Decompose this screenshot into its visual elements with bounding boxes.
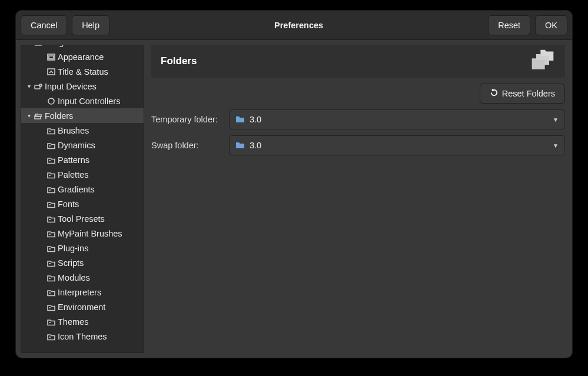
- folder-icon: [47, 171, 55, 179]
- panel-actions: Reset Folders: [151, 84, 565, 104]
- sidebar-item-label: Brushes: [58, 126, 89, 135]
- content-area: ▾Image WindowsAppearanceTitle & Status▾I…: [16, 40, 572, 358]
- folder-icon: [47, 215, 55, 223]
- folder-icon: [47, 303, 55, 311]
- folder-icon: [47, 185, 55, 194]
- sidebar[interactable]: ▾Image WindowsAppearanceTitle & Status▾I…: [21, 45, 144, 353]
- sidebar-item-label: Environment: [58, 302, 105, 312]
- sidebar-item-brushes[interactable]: Brushes: [21, 123, 144, 138]
- sidebar-item-scripts[interactable]: Scripts: [21, 255, 144, 270]
- temporary-folder-label: Temporary folder:: [151, 115, 224, 124]
- chevron-down-icon: ▼: [553, 117, 559, 123]
- ok-button[interactable]: OK: [535, 15, 567, 35]
- expand-toggle-icon[interactable]: ▾: [26, 83, 32, 89]
- sidebar-item-dynamics[interactable]: Dynamics: [21, 138, 144, 152]
- appearance-icon: [47, 53, 55, 61]
- controllers-icon: [47, 97, 55, 105]
- sidebar-item-label: Title & Status: [58, 67, 108, 76]
- sidebar-item-gradients[interactable]: Gradients: [21, 182, 144, 197]
- sidebar-tree: ▾Image WindowsAppearanceTitle & Status▾I…: [21, 45, 144, 344]
- sidebar-item-tool-presets[interactable]: Tool Presets: [21, 211, 144, 226]
- expand-toggle-icon[interactable]: ▾: [26, 112, 32, 119]
- folders-form: Temporary folder: 3.0 ▼ Swap folder: 3.0…: [151, 109, 565, 155]
- folder-icon: [235, 141, 245, 151]
- folder-icon: [47, 156, 55, 164]
- sidebar-item-label: Themes: [58, 317, 88, 327]
- panel-title: Folders: [161, 55, 197, 67]
- temporary-folder-select[interactable]: 3.0 ▼: [229, 109, 565, 129]
- cancel-button[interactable]: Cancel: [21, 15, 67, 35]
- sidebar-item-label: Input Devices: [45, 82, 97, 91]
- help-button[interactable]: Help: [72, 15, 109, 35]
- sidebar-item-palettes[interactable]: Palettes: [21, 167, 144, 182]
- svg-rect-23: [236, 116, 239, 117]
- sidebar-item-appearance[interactable]: Appearance: [21, 49, 144, 64]
- sidebar-item-interpreters[interactable]: Interpreters: [21, 285, 144, 300]
- sidebar-item-label: Icon Themes: [58, 332, 107, 341]
- sidebar-item-label: Gradients: [58, 185, 95, 194]
- svg-rect-3: [49, 56, 54, 59]
- sidebar-item-label: Patterns: [58, 155, 89, 165]
- temporary-folder-value: 3.0: [250, 115, 548, 124]
- sidebar-item-title-status[interactable]: Title & Status: [21, 64, 144, 79]
- svg-rect-24: [236, 142, 239, 143]
- sidebar-item-label: Scripts: [58, 258, 84, 268]
- sidebar-item-plug-ins[interactable]: Plug-ins: [21, 241, 144, 255]
- swap-folder-label: Swap folder:: [151, 141, 224, 150]
- folder-icon: [47, 244, 55, 252]
- panel-heading: Folders: [151, 45, 565, 78]
- folder-icon: [47, 288, 55, 297]
- folder-icon: [47, 200, 55, 208]
- sidebar-item-image-windows[interactable]: ▾Image Windows: [21, 45, 144, 49]
- sidebar-item-patterns[interactable]: Patterns: [21, 152, 144, 167]
- swap-folder-select[interactable]: 3.0 ▼: [229, 135, 565, 155]
- folder-icon: [235, 115, 245, 125]
- sidebar-item-label: Folders: [45, 111, 73, 121]
- folder-icon: [47, 141, 55, 149]
- reset-icon: [490, 88, 499, 99]
- sidebar-item-icon-themes[interactable]: Icon Themes: [21, 329, 144, 344]
- sidebar-item-modules[interactable]: Modules: [21, 270, 144, 285]
- sidebar-item-label: Appearance: [58, 52, 104, 62]
- sidebar-item-label: Dynamics: [58, 141, 95, 150]
- sidebar-item-label: Interpreters: [58, 288, 101, 297]
- folder-icon: [47, 259, 55, 267]
- sidebar-item-label: Image Windows: [45, 45, 105, 47]
- chevron-down-icon: ▼: [553, 142, 559, 149]
- reset-folders-label: Reset Folders: [502, 89, 555, 98]
- reset-button[interactable]: Reset: [488, 15, 530, 35]
- sidebar-item-folders[interactable]: ▾Folders: [21, 108, 144, 123]
- sidebar-item-mypaint-brushes[interactable]: MyPaint Brushes: [21, 226, 144, 241]
- folder-icon: [47, 332, 55, 341]
- folders-icon: [34, 112, 42, 120]
- svg-rect-0: [35, 45, 42, 45]
- folder-icon: [47, 127, 55, 135]
- folders-icon: [530, 48, 556, 75]
- folder-icon: [47, 318, 55, 326]
- sidebar-item-environment[interactable]: Environment: [21, 300, 144, 314]
- sidebar-item-label: Input Controllers: [58, 97, 120, 106]
- sidebar-item-themes[interactable]: Themes: [21, 314, 144, 329]
- window-icon: [34, 45, 42, 46]
- sidebar-item-label: Tool Presets: [58, 214, 105, 224]
- window-title: Preferences: [274, 21, 323, 30]
- swap-folder-value: 3.0: [250, 141, 548, 150]
- expand-toggle-icon[interactable]: ▾: [26, 45, 32, 45]
- sidebar-item-label: Palettes: [58, 170, 88, 179]
- main-panel: Folders Reset Folder: [149, 45, 567, 353]
- folder-icon: [47, 274, 55, 282]
- sidebar-item-input-controllers[interactable]: Input Controllers: [21, 94, 144, 108]
- sidebar-item-label: MyPaint Brushes: [58, 229, 122, 238]
- sidebar-item-label: Fonts: [58, 199, 79, 209]
- sidebar-item-label: Plug-ins: [58, 244, 88, 253]
- sidebar-item-fonts[interactable]: Fonts: [21, 197, 144, 211]
- reset-folders-button[interactable]: Reset Folders: [480, 84, 565, 104]
- svg-point-6: [39, 84, 42, 86]
- sidebar-item-input-devices[interactable]: ▾Input Devices: [21, 79, 144, 94]
- input-icon: [34, 82, 42, 91]
- titlebar: Cancel Help Preferences Reset OK: [16, 11, 572, 40]
- preferences-window: Cancel Help Preferences Reset OK ▾Image …: [16, 11, 572, 358]
- titlestatus-icon: [47, 68, 55, 76]
- sidebar-item-label: Modules: [58, 273, 90, 282]
- folder-icon: [47, 229, 55, 238]
